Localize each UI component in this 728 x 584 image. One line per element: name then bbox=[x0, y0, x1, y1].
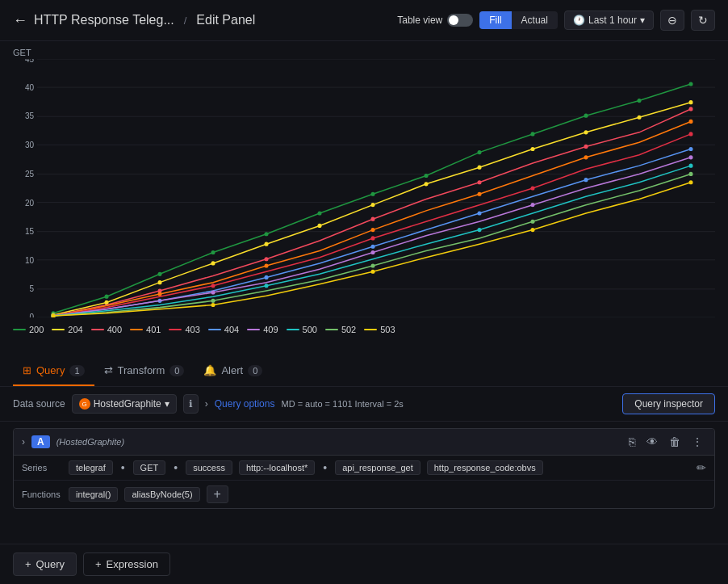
delete-button[interactable]: 🗑 bbox=[666, 434, 684, 450]
svg-point-68 bbox=[371, 228, 375, 232]
datasource-icon: G bbox=[79, 398, 90, 410]
zoom-out-button[interactable]: ⊖ bbox=[660, 10, 684, 31]
svg-point-92 bbox=[689, 164, 693, 168]
alert-tab-label: Alert bbox=[221, 364, 243, 376]
add-expr-icon: + bbox=[95, 558, 102, 570]
func-alias-by-node[interactable]: aliasByNode(5) bbox=[124, 487, 199, 502]
svg-point-63 bbox=[584, 145, 588, 149]
edit-series-button[interactable]: ✏ bbox=[697, 461, 706, 474]
add-query-icon: + bbox=[25, 558, 31, 570]
query-meta: MD = auto = 1101 Interval = 2s bbox=[281, 399, 403, 409]
svg-text:15: 15 bbox=[25, 227, 34, 236]
svg-point-42 bbox=[584, 114, 588, 118]
svg-point-60 bbox=[265, 257, 269, 261]
time-range-button[interactable]: 🕐 Last 1 hour ▾ bbox=[564, 11, 654, 30]
svg-point-91 bbox=[478, 228, 482, 232]
table-view-label: Table view bbox=[397, 15, 442, 26]
tag-http-response[interactable]: http_response_code:obvs bbox=[427, 460, 543, 475]
svg-point-43 bbox=[638, 99, 642, 103]
fill-button[interactable]: Fill bbox=[479, 11, 511, 29]
svg-point-61 bbox=[371, 217, 375, 221]
svg-point-88 bbox=[689, 155, 693, 159]
chart-y-label: GET bbox=[13, 48, 715, 57]
svg-point-71 bbox=[689, 120, 693, 124]
tag-api-response[interactable]: api_response_get bbox=[335, 460, 420, 475]
tag-success[interactable]: success bbox=[186, 460, 232, 475]
svg-point-94 bbox=[211, 299, 215, 303]
toggle-visibility-button[interactable]: 👁 bbox=[643, 434, 661, 450]
svg-point-54 bbox=[531, 147, 535, 151]
tab-query[interactable]: ⊞ Query 1 bbox=[13, 356, 94, 386]
svg-point-79 bbox=[265, 275, 269, 279]
panel-actions: ⎘ 👁 🗑 ⋮ bbox=[625, 434, 706, 450]
functions-label: Functions bbox=[22, 489, 62, 499]
add-expr-label: Expression bbox=[107, 558, 158, 570]
collapse-button[interactable]: › bbox=[22, 436, 25, 447]
query-inspector-button[interactable]: Query inspector bbox=[622, 393, 715, 414]
svg-point-44 bbox=[689, 82, 693, 86]
datasource-name: HostedGraphite bbox=[94, 398, 161, 410]
func-integral[interactable]: integral() bbox=[69, 487, 118, 502]
svg-text:0: 0 bbox=[29, 313, 34, 317]
tag-get[interactable]: GET bbox=[133, 460, 166, 475]
svg-text:5: 5 bbox=[29, 284, 34, 293]
svg-point-82 bbox=[584, 178, 588, 182]
refresh-button[interactable]: ↻ bbox=[691, 10, 715, 31]
svg-point-101 bbox=[531, 228, 535, 232]
query-tab-badge: 1 bbox=[69, 365, 84, 376]
back-button[interactable]: ← bbox=[13, 12, 27, 29]
svg-point-35 bbox=[211, 250, 215, 254]
svg-point-102 bbox=[689, 180, 693, 184]
svg-point-69 bbox=[478, 192, 482, 196]
svg-point-66 bbox=[158, 292, 162, 296]
legend-item-409: 409 bbox=[247, 325, 278, 334]
query-options-link[interactable]: Query options bbox=[215, 398, 275, 410]
query-source: (HostedGraphite) bbox=[56, 437, 124, 447]
table-view-switch[interactable] bbox=[447, 14, 473, 27]
page-subtitle: Edit Panel bbox=[196, 13, 255, 27]
svg-point-52 bbox=[425, 182, 429, 186]
tag-localhost[interactable]: http:--localhost* bbox=[239, 460, 315, 475]
add-function-button[interactable]: + bbox=[207, 485, 228, 503]
svg-point-81 bbox=[478, 211, 482, 215]
tag-telegraf[interactable]: telegraf bbox=[69, 460, 113, 475]
title-divider: / bbox=[184, 15, 187, 27]
chart-area: GET 45 40 35 30 25 20 15 10 5 0 09:10 09… bbox=[0, 41, 728, 356]
add-query-label: Query bbox=[36, 558, 65, 570]
dot-2: • bbox=[174, 461, 178, 474]
svg-point-38 bbox=[371, 192, 375, 196]
datasource-info-button[interactable]: ℹ bbox=[183, 394, 199, 414]
chart-svg: 45 40 35 30 25 20 15 10 5 0 09:10 09:15 … bbox=[13, 59, 715, 317]
svg-text:40: 40 bbox=[25, 83, 34, 92]
svg-text:35: 35 bbox=[25, 111, 34, 120]
svg-point-50 bbox=[318, 224, 322, 228]
svg-point-67 bbox=[265, 263, 269, 267]
svg-point-56 bbox=[638, 116, 642, 120]
tab-alert[interactable]: 🔔 Alert 0 bbox=[194, 356, 272, 386]
svg-point-97 bbox=[689, 172, 693, 176]
legend-item-400: 400 bbox=[91, 325, 122, 334]
svg-point-99 bbox=[211, 303, 215, 307]
svg-point-33 bbox=[105, 295, 109, 299]
legend-item-502: 502 bbox=[325, 325, 356, 334]
transform-tab-badge: 0 bbox=[169, 365, 184, 376]
svg-point-34 bbox=[158, 272, 162, 276]
datasource-label: Data source bbox=[13, 398, 65, 410]
legend-item-403: 403 bbox=[169, 325, 199, 334]
duplicate-button[interactable]: ⎘ bbox=[625, 434, 638, 450]
add-expression-button[interactable]: + Expression bbox=[83, 552, 170, 576]
time-icon: 🕐 bbox=[573, 15, 585, 26]
bottom-bar: + Query + Expression bbox=[0, 544, 728, 584]
datasource-bar: Data source G HostedGraphite ▾ ℹ › Query… bbox=[0, 387, 728, 422]
legend-item-503: 503 bbox=[364, 325, 395, 334]
query-tab-label: Query bbox=[36, 364, 65, 376]
datasource-select[interactable]: G HostedGraphite ▾ bbox=[72, 394, 177, 414]
svg-point-37 bbox=[318, 211, 322, 215]
svg-text:10: 10 bbox=[25, 256, 34, 265]
actual-button[interactable]: Actual bbox=[512, 11, 558, 29]
more-options-button[interactable]: ⋮ bbox=[688, 434, 706, 450]
svg-point-70 bbox=[584, 155, 588, 159]
tab-transform[interactable]: ⇄ Transform 0 bbox=[94, 356, 195, 386]
series-label: Series bbox=[22, 463, 62, 473]
add-query-button[interactable]: + Query bbox=[13, 552, 77, 576]
